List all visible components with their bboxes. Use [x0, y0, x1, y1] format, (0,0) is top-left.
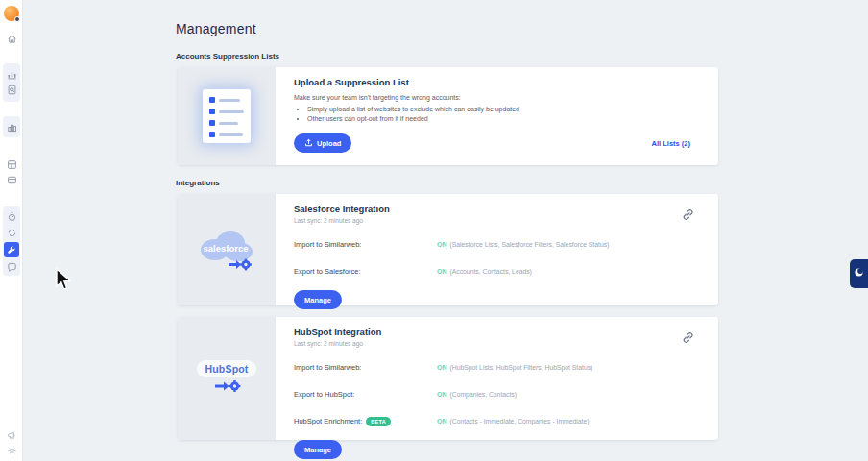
- section-label-suppression: Accounts Suppression Lists: [176, 52, 279, 61]
- page-title: Management: [176, 21, 256, 36]
- bullet-item: Other users can opt-out from it if neede…: [307, 115, 691, 122]
- management-tools-icon-selected[interactable]: [4, 242, 19, 257]
- integration-row: Export to HubSpot: ON(Companies, Contact…: [294, 383, 691, 400]
- suppression-list-illustration-icon: [203, 89, 251, 143]
- bullet-item: Simply upload a list of websites to excl…: [307, 106, 691, 112]
- suppression-card-title: Upload a Suppression List: [294, 77, 691, 87]
- suppression-card-illustration-panel: [178, 67, 276, 165]
- salesforce-card-title: Salesforce Integration: [294, 204, 691, 214]
- logo-status-dot: [14, 16, 20, 22]
- list-card-icon[interactable]: [6, 174, 17, 185]
- home-icon[interactable]: [6, 33, 17, 44]
- status-on: ON: [437, 268, 447, 275]
- upload-icon: [304, 138, 313, 149]
- status-on: ON: [437, 391, 447, 398]
- report-search-icon[interactable]: [6, 84, 17, 95]
- hubspot-logo: HubSpot: [189, 350, 264, 407]
- salesforce-logo-panel: salesforce: [178, 194, 276, 305]
- chat-bubble-icon[interactable]: [6, 261, 17, 273]
- traffic-chart-icon[interactable]: [6, 68, 17, 80]
- manage-hubspot-button[interactable]: Manage: [294, 440, 342, 459]
- suppression-card: Upload a Suppression List Make sure your…: [178, 67, 718, 165]
- feedback-tab[interactable]: [850, 259, 868, 288]
- status-on: ON: [437, 418, 447, 425]
- section-label-integrations: Integrations: [176, 179, 220, 187]
- mouse-cursor: [54, 267, 75, 296]
- upload-button[interactable]: Upload: [294, 133, 351, 153]
- integration-row: Import to Similarweb: ON(HubSpot Lists, …: [294, 356, 691, 374]
- analytics-bars-icon[interactable]: [6, 121, 17, 133]
- integration-link-icon[interactable]: [681, 207, 695, 222]
- status-on: ON: [437, 364, 447, 371]
- hubspot-logo-panel: HubSpot: [178, 317, 276, 440]
- app-logo[interactable]: [4, 6, 19, 21]
- all-lists-link[interactable]: All Lists (2): [652, 139, 690, 148]
- similarweb-swirl-icon: [853, 265, 865, 282]
- salesforce-logo: salesforce: [192, 223, 261, 277]
- beta-badge: BETA: [366, 417, 391, 426]
- manage-salesforce-button[interactable]: Manage: [294, 290, 342, 309]
- salesforce-last-sync: Last sync: 2 minutes ago: [294, 217, 691, 224]
- grid-apps-icon[interactable]: [6, 158, 17, 170]
- salesforce-integration-card: salesforce Salesforce Integration Last s…: [178, 194, 718, 305]
- sync-icon[interactable]: [6, 227, 17, 238]
- integration-link-icon[interactable]: [681, 330, 695, 345]
- hubspot-integration-card: HubSpot HubSpot I: [178, 317, 718, 440]
- suppression-bullet-list: Simply upload a list of websites to excl…: [307, 106, 691, 122]
- svg-text:salesforce: salesforce: [203, 243, 248, 254]
- hubspot-card-title: HubSpot Integration: [294, 327, 691, 337]
- status-on: ON: [437, 241, 447, 248]
- management-page: Management Accounts Suppression Lists Up…: [0, 0, 868, 461]
- settings-gear-icon[interactable]: [6, 445, 17, 456]
- sidebar: [0, 0, 23, 461]
- suppression-card-description: Make sure your team isn't targeting the …: [294, 94, 691, 101]
- stopwatch-icon[interactable]: [6, 210, 17, 222]
- integration-row: HubSpot Enrichment: BETA ON(Contacts - I…: [294, 410, 691, 427]
- integration-row: Export to Salesforce: ON(Accounts, Conta…: [294, 260, 691, 278]
- hubspot-last-sync: Last sync: 2 minutes ago: [294, 340, 691, 347]
- integration-row: Import to Similarweb: ON(Salesforce List…: [294, 233, 691, 251]
- megaphone-icon[interactable]: [6, 429, 17, 441]
